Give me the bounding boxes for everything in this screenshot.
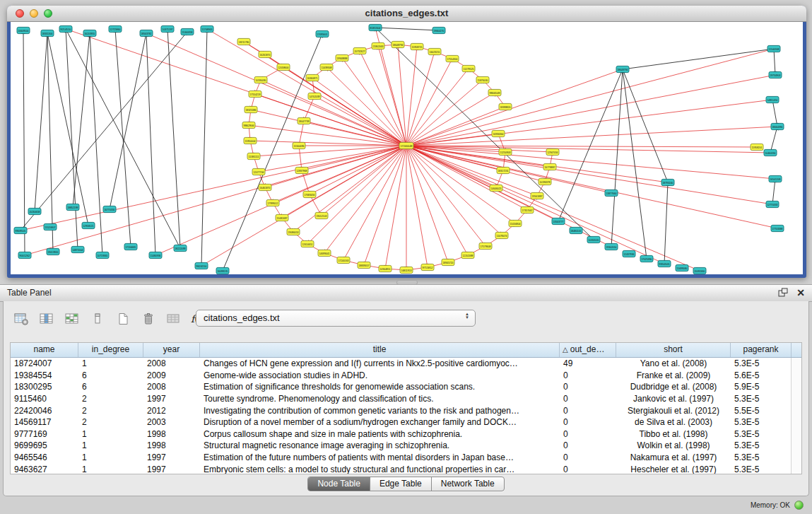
table-row[interactable]: 911546021997Tourette syndrome. Phenomeno… bbox=[11, 393, 792, 405]
graph-node-label: 9350505 bbox=[659, 262, 671, 266]
table-select-dropdown[interactable]: citations_edges.txt ▲▼ bbox=[196, 310, 476, 327]
cell-pagerank: 5.5E-5 bbox=[731, 406, 792, 416]
column-header-name[interactable]: name bbox=[11, 343, 78, 357]
column-header-out_de[interactable]: △out_de… bbox=[560, 343, 616, 357]
column-header-short[interactable]: short bbox=[616, 343, 731, 357]
graph-edge bbox=[406, 146, 775, 179]
delete-table-icon[interactable] bbox=[139, 310, 158, 327]
graph-node-label: 17683456 bbox=[305, 193, 315, 197]
cell-title: Investigating the contribution of common… bbox=[200, 406, 560, 416]
cell-title: Genome-wide association studies in ADHD. bbox=[200, 370, 560, 380]
graph-node-label: 10944851 bbox=[380, 267, 391, 271]
tab-edge-table[interactable]: Edge Table bbox=[370, 477, 432, 491]
column-header-year[interactable]: year bbox=[143, 343, 200, 357]
zoom-window-button[interactable] bbox=[44, 9, 52, 18]
graph-node-label: 18563782 bbox=[141, 32, 152, 35]
table-tabs: Node TableEdge TableNetwork Table bbox=[4, 477, 808, 491]
graph-edge bbox=[167, 29, 180, 248]
cell-short: Dudbridge et al. (2008) bbox=[616, 382, 731, 392]
table-row[interactable]: 1938455462009Genome-wide association stu… bbox=[11, 370, 792, 382]
cell-year: 2012 bbox=[143, 406, 200, 416]
cell-short: Hescheler et al. (1997) bbox=[616, 465, 731, 474]
table-row[interactable]: 946554611997Estimation of the future num… bbox=[11, 452, 792, 464]
network-graph[interactable]: 1724004818211780162618701205860010590090… bbox=[11, 22, 803, 274]
cell-pagerank: 5.3E-5 bbox=[731, 394, 792, 404]
table-row[interactable]: 977716911998Corpus callosum shape and si… bbox=[11, 428, 792, 440]
table-mode-icon[interactable] bbox=[12, 310, 30, 327]
minimize-window-button[interactable] bbox=[30, 9, 38, 18]
table-row[interactable]: 946362711997Embryonic stem cells: a mode… bbox=[11, 463, 792, 474]
cell-pagerank: 5.3E-5 bbox=[731, 358, 792, 368]
edit-columns-icon[interactable] bbox=[63, 310, 81, 327]
graph-node-label: 16461870 bbox=[260, 186, 271, 189]
graph-node-label: 15056804 bbox=[510, 222, 521, 226]
column-header-title[interactable]: title bbox=[200, 343, 560, 357]
column-icon[interactable] bbox=[88, 310, 107, 327]
cell-year: 2008 bbox=[143, 358, 200, 368]
cell-short: Wolkin et al. (1998) bbox=[616, 440, 731, 450]
memory-status-indicator[interactable] bbox=[794, 501, 804, 510]
graph-node-label: 12202088 bbox=[463, 254, 473, 257]
graph-node-label: 20732627 bbox=[355, 49, 365, 53]
cell-in_degree: 1 bbox=[78, 429, 143, 439]
graph-edge bbox=[155, 146, 406, 255]
graph-node-label: 16203955 bbox=[85, 32, 95, 35]
graph-node-label: 14851450 bbox=[767, 98, 778, 102]
cell-name: 14569117 bbox=[11, 417, 78, 427]
graph-node-label: 9214510 bbox=[61, 28, 72, 31]
cell-pagerank: 5.3E-5 bbox=[731, 452, 792, 462]
cell-out_de: 0 bbox=[560, 465, 616, 474]
table-header-row: namein_degreeyeartitle△out_de…shortpager… bbox=[11, 343, 801, 358]
graph-node-label: 17554300 bbox=[447, 57, 458, 61]
graph-node-label: 11708905 bbox=[202, 28, 213, 31]
cell-name: 9115460 bbox=[11, 394, 78, 404]
graph-node-label: 16098135 bbox=[218, 269, 228, 273]
cell-year: 1998 bbox=[143, 440, 200, 450]
graph-edge bbox=[299, 121, 304, 146]
graph-node-label: 11480936 bbox=[151, 254, 161, 257]
table-vertical-scrollbar[interactable] bbox=[791, 358, 801, 474]
cell-pagerank: 5.9E-5 bbox=[731, 382, 792, 392]
graph-edge bbox=[406, 69, 469, 146]
table-row[interactable]: 1456911722003Disruption of a novel membe… bbox=[11, 416, 792, 428]
column-header-in_degree[interactable]: in_degree bbox=[78, 343, 143, 357]
window-titlebar[interactable]: citations_edges.txt bbox=[7, 6, 806, 22]
graph-node-label: 18398820 bbox=[500, 105, 511, 109]
table-row[interactable]: 969969511998Structural magnetic resonanc… bbox=[11, 440, 792, 452]
cell-pagerank: 5.3E-5 bbox=[731, 417, 792, 427]
memory-status-label: Memory: OK bbox=[751, 501, 790, 509]
graph-node-label: 12770333 bbox=[767, 203, 778, 206]
graph-node-label: 10719365 bbox=[98, 254, 108, 257]
graph-node-label: 18839057 bbox=[359, 264, 370, 267]
table-panel-title: Table Panel bbox=[7, 285, 52, 301]
graph-node-label: 9624150 bbox=[196, 264, 208, 268]
new-table-icon[interactable] bbox=[114, 310, 132, 327]
tab-network-table[interactable]: Network Table bbox=[432, 477, 504, 491]
graph-node-label: 12077706 bbox=[254, 170, 264, 174]
show-columns-icon[interactable] bbox=[37, 310, 56, 327]
graph-node-label: 10590090 bbox=[256, 78, 266, 82]
close-panel-icon[interactable]: ✕ bbox=[796, 285, 805, 301]
table-row[interactable]: 1872400712008Changes of HCN gene express… bbox=[11, 358, 792, 370]
cell-name: 22420046 bbox=[11, 406, 78, 416]
import-table-icon[interactable] bbox=[165, 310, 183, 327]
graph-node-label: 15082487 bbox=[277, 216, 288, 220]
cell-year: 1997 bbox=[143, 465, 200, 474]
graph-node-label: 17554219 bbox=[250, 93, 261, 96]
graph-edge bbox=[772, 100, 777, 127]
graph-node-label: 18064390 bbox=[772, 125, 783, 129]
float-panel-icon[interactable] bbox=[778, 287, 788, 300]
table-row[interactable]: 1830029562008Estimation of significance … bbox=[11, 381, 792, 393]
graph-edge bbox=[375, 28, 439, 30]
graph-node-label: 16541209 bbox=[770, 177, 781, 181]
graph-node-label: 9806549 bbox=[490, 91, 501, 95]
graph-edge bbox=[406, 127, 777, 146]
cell-out_de: 0 bbox=[560, 440, 616, 450]
tab-node-table[interactable]: Node Table bbox=[308, 477, 370, 491]
column-header-pagerank[interactable]: pagerank bbox=[731, 343, 792, 357]
close-window-button[interactable] bbox=[16, 9, 24, 18]
network-canvas[interactable]: 1724004818211780162618701205860010590090… bbox=[11, 22, 803, 274]
table-row[interactable]: 2242004622012Investigating the contribut… bbox=[11, 404, 792, 416]
graph-node-label: 16261870 bbox=[260, 53, 271, 57]
cell-pagerank: 5.3E-5 bbox=[731, 465, 792, 474]
